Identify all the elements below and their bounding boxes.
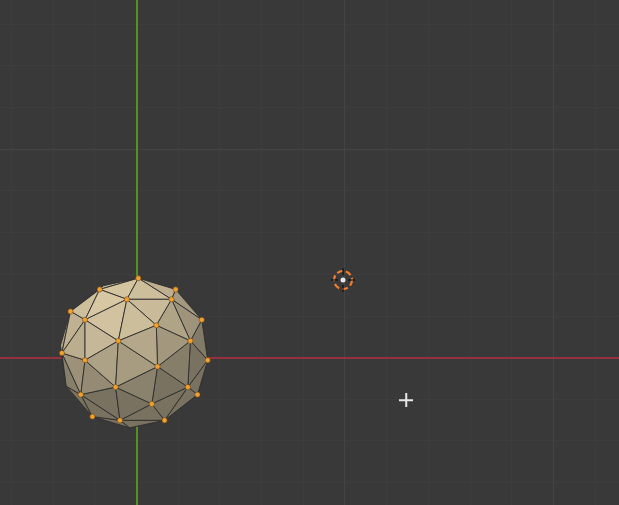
grid-minor-v (386, 0, 387, 505)
svg-point-44 (173, 287, 178, 292)
svg-point-61 (78, 392, 83, 397)
grid-minor-v (470, 0, 471, 505)
grid-minor-v (219, 0, 220, 505)
grid-minor-h (0, 232, 619, 233)
grid-minor-v (11, 0, 12, 505)
grid-minor-v (428, 0, 429, 505)
grid-major-v (344, 0, 345, 505)
grid-minor-v (303, 0, 304, 505)
svg-point-52 (124, 297, 129, 302)
svg-point-51 (116, 338, 121, 343)
svg-point-58 (199, 317, 204, 322)
svg-point-62 (195, 392, 200, 397)
svg-point-53 (169, 297, 174, 302)
svg-point-55 (68, 309, 73, 314)
svg-point-50 (82, 317, 87, 322)
svg-point-54 (136, 276, 141, 281)
grid-minor-v (261, 0, 262, 505)
svg-point-45 (90, 414, 95, 419)
svg-point-48 (205, 358, 210, 363)
grid-minor-h (0, 190, 619, 191)
grid-minor-h (0, 107, 619, 108)
svg-point-57 (188, 338, 193, 343)
svg-point-46 (149, 401, 154, 406)
svg-point-49 (82, 358, 87, 363)
svg-point-63 (185, 385, 190, 390)
svg-point-56 (59, 350, 64, 355)
svg-point-65 (117, 418, 122, 423)
grid-major-h (0, 149, 619, 150)
icosphere-mesh[interactable] (50, 269, 218, 437)
grid-minor-v (511, 0, 512, 505)
svg-point-60 (155, 364, 160, 369)
grid-minor-h (0, 440, 619, 441)
grid-minor-v (595, 0, 596, 505)
grid-minor-h (0, 482, 619, 483)
mouse-crosshair-icon (399, 393, 413, 407)
grid-minor-h (0, 24, 619, 25)
grid-major-v (553, 0, 554, 505)
svg-point-64 (162, 418, 167, 423)
viewport-3d[interactable] (0, 0, 619, 505)
svg-point-43 (97, 287, 102, 292)
svg-point-47 (154, 323, 159, 328)
svg-point-59 (113, 385, 118, 390)
3d-cursor-icon[interactable] (331, 268, 355, 292)
grid-minor-h (0, 65, 619, 66)
svg-point-67 (341, 278, 346, 283)
